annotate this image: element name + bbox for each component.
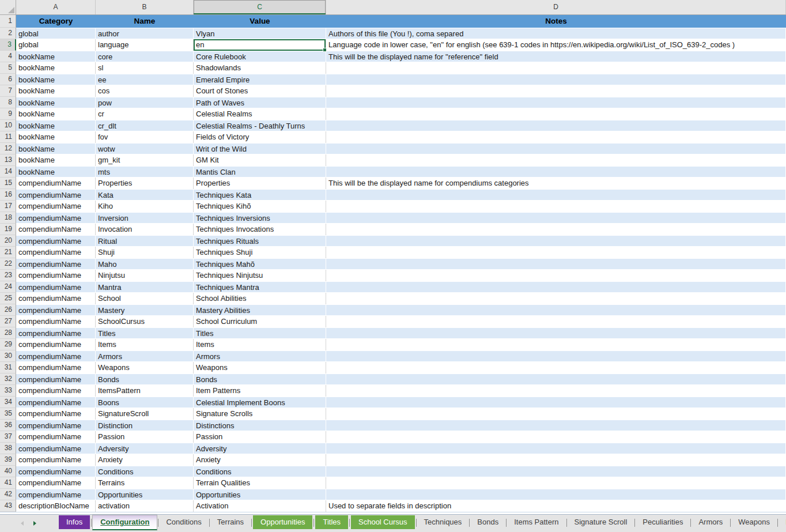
row-number[interactable]: 32 <box>0 373 16 385</box>
cell[interactable]: compendiumName <box>16 316 96 327</box>
cell[interactable]: compendiumName <box>16 247 96 258</box>
cell[interactable]: pow <box>96 97 194 108</box>
column-header-b[interactable]: B <box>96 0 194 14</box>
sheet-tab-configuration[interactable]: Configuration <box>92 515 157 530</box>
cell[interactable]: bookName <box>16 74 96 85</box>
cell[interactable]: Mastery <box>96 304 194 316</box>
row-number[interactable]: 26 <box>0 304 16 316</box>
cell[interactable]: GM Kit <box>194 154 326 166</box>
cell[interactable]: Distinction <box>96 420 194 431</box>
row-number[interactable]: 5 <box>0 62 16 74</box>
cell[interactable] <box>326 108 786 120</box>
cell[interactable] <box>326 201 786 212</box>
cell[interactable]: compendiumName <box>16 212 96 224</box>
sheet-tab-items-pattern[interactable]: Items Pattern <box>507 515 566 530</box>
cell[interactable]: Armors <box>96 350 194 362</box>
row-number[interactable]: 13 <box>0 154 16 166</box>
cell[interactable] <box>326 131 786 143</box>
cell[interactable] <box>326 97 786 108</box>
row-number[interactable]: 7 <box>0 85 16 97</box>
column-header-c[interactable]: C <box>194 0 326 14</box>
cell[interactable]: Kiho <box>96 201 194 212</box>
header-name[interactable]: Name <box>96 15 194 28</box>
row-number[interactable]: 18 <box>0 212 16 224</box>
row-number[interactable]: 28 <box>0 327 16 339</box>
cell[interactable]: Techniques Mantra <box>194 281 326 293</box>
cell[interactable]: Anxiety <box>96 454 194 466</box>
cell[interactable]: Armors <box>194 350 326 362</box>
cell[interactable]: compendiumName <box>16 373 96 385</box>
sheet-tab-signature-scroll[interactable]: Signature Scroll <box>567 515 635 530</box>
cell[interactable]: compendiumName <box>16 443 96 454</box>
sheet-tab-techniques[interactable]: Techniques <box>417 515 470 530</box>
cell[interactable]: Shadowlands <box>194 62 326 74</box>
cell[interactable]: compendiumName <box>16 189 96 201</box>
cell[interactable]: global <box>16 28 96 39</box>
row-number[interactable]: 3 <box>0 39 16 51</box>
cell[interactable]: compendiumName <box>16 201 96 212</box>
cell[interactable]: Weapons <box>96 362 194 373</box>
cell[interactable]: ee <box>96 74 194 85</box>
cell[interactable]: Celestial Realms - Deathly Turns <box>194 120 326 131</box>
cell[interactable] <box>326 350 786 362</box>
cell[interactable]: This will be the displayed name for comp… <box>326 178 786 189</box>
row-number[interactable]: 41 <box>0 477 16 489</box>
cell[interactable] <box>326 466 786 477</box>
cell[interactable]: bookName <box>16 120 96 131</box>
sheet-tab-bonds[interactable]: Bonds <box>470 515 506 530</box>
cell[interactable]: compendiumName <box>16 362 96 373</box>
cell[interactable] <box>326 74 786 85</box>
cell[interactable] <box>326 212 786 224</box>
cell[interactable] <box>326 362 786 373</box>
cell[interactable]: compendiumName <box>16 408 96 420</box>
cell[interactable] <box>326 154 786 166</box>
cell[interactable]: sl <box>96 62 194 74</box>
cell[interactable] <box>326 270 786 281</box>
row-number[interactable]: 16 <box>0 189 16 201</box>
cell[interactable]: Item Patterns <box>194 385 326 397</box>
row-number[interactable]: 42 <box>0 489 16 500</box>
cell[interactable]: Weapons <box>194 362 326 373</box>
cell[interactable] <box>326 454 786 466</box>
cell[interactable]: mts <box>96 166 194 178</box>
row-number[interactable]: 4 <box>0 51 16 62</box>
row-number[interactable]: 22 <box>0 258 16 270</box>
column-header-a[interactable]: A <box>16 0 96 14</box>
cell[interactable]: Fields of Victory <box>194 131 326 143</box>
cell[interactable]: author <box>96 28 194 39</box>
cell[interactable]: Bonds <box>194 373 326 385</box>
cell[interactable] <box>326 85 786 97</box>
row-number[interactable]: 36 <box>0 420 16 431</box>
cell[interactable]: wotw <box>96 143 194 154</box>
row-number[interactable]: 20 <box>0 235 16 247</box>
cell[interactable]: compendiumName <box>16 258 96 270</box>
row-number[interactable]: 43 <box>0 500 16 512</box>
sheet-tab-opportunities[interactable]: Opportunities <box>253 515 312 529</box>
cell[interactable]: compendiumName <box>16 281 96 293</box>
row-number[interactable]: 12 <box>0 143 16 154</box>
cell[interactable] <box>326 143 786 154</box>
cell[interactable]: compendiumName <box>16 454 96 466</box>
cell[interactable]: bookName <box>16 85 96 97</box>
cell[interactable]: School Abilities <box>194 293 326 304</box>
tabs-scroll-left-button[interactable] <box>19 520 25 527</box>
cell[interactable]: descriptionBlocName <box>16 500 96 512</box>
cell[interactable]: Techniques Kihõ <box>194 201 326 212</box>
cell[interactable]: Passion <box>194 431 326 443</box>
cell[interactable]: Terrains <box>96 477 194 489</box>
cell[interactable]: Properties <box>194 178 326 189</box>
cell[interactable] <box>326 281 786 293</box>
cell[interactable] <box>326 224 786 235</box>
cell[interactable]: ItemsPattern <box>96 385 194 397</box>
row-number[interactable]: 1 <box>0 15 16 28</box>
cell[interactable]: Conditions <box>194 466 326 477</box>
cell[interactable]: compendiumName <box>16 270 96 281</box>
cell[interactable]: Adversity <box>96 443 194 454</box>
row-number[interactable]: 37 <box>0 431 16 443</box>
row-number[interactable]: 9 <box>0 108 16 120</box>
cell[interactable]: language <box>96 39 194 51</box>
row-number[interactable]: 29 <box>0 339 16 350</box>
cell[interactable]: compendiumName <box>16 489 96 500</box>
cell[interactable]: Terrain Qualities <box>194 477 326 489</box>
cell[interactable]: en <box>194 39 326 51</box>
